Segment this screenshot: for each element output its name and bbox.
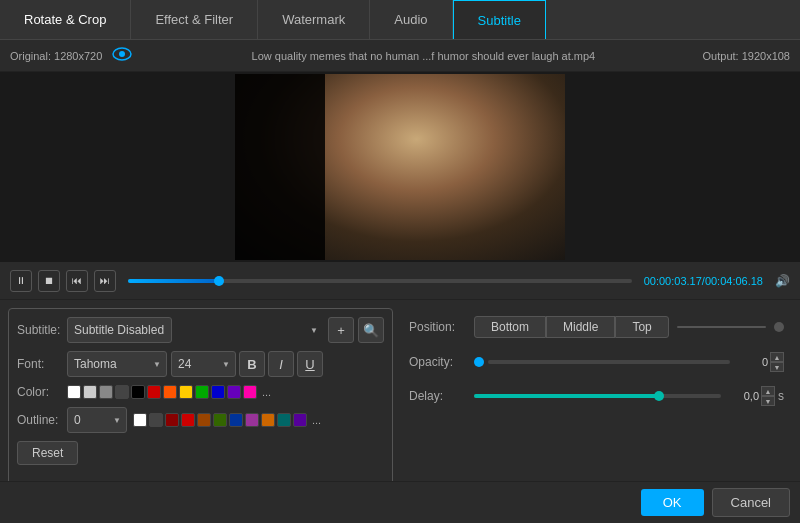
outline-swatch-2[interactable] [149,413,163,427]
color-swatch-8[interactable] [179,385,193,399]
original-resolution: Original: 1280x720 [10,50,102,62]
output-resolution: Output: 1920x108 [703,50,790,62]
add-subtitle-button[interactable]: + [328,317,354,343]
tab-bar: Rotate & Crop Effect & Filter Watermark … [0,0,800,40]
video-letterbox-left [235,74,325,260]
opacity-row: Opacity: 0 ▲ ▼ [409,352,784,372]
opacity-slider[interactable] [488,360,730,364]
color-swatch-9[interactable] [195,385,209,399]
position-row: Position: Bottom Middle Top [409,316,784,338]
progress-track[interactable] [128,279,632,283]
pause-button[interactable]: ⏸ [10,270,32,292]
search-icon: 🔍 [363,323,379,338]
size-select-wrapper: 24 [171,351,236,377]
subtitle-row: Subtitle: Subtitle Disabled + 🔍 [17,317,384,343]
outline-swatch-3[interactable] [165,413,179,427]
volume-icon[interactable]: 🔊 [775,274,790,288]
opacity-thumb [474,357,484,367]
color-swatch-11[interactable] [227,385,241,399]
opacity-value: 0 [738,356,768,368]
ok-button[interactable]: OK [641,489,704,516]
more-outline-colors-button[interactable]: ... [312,414,321,426]
position-top-button[interactable]: Top [615,316,668,338]
delay-thumb[interactable] [654,391,664,401]
color-label: Color: [17,385,67,399]
position-dot [774,322,784,332]
cancel-button[interactable]: Cancel [712,488,790,517]
delay-slider[interactable] [474,394,721,398]
outline-select[interactable]: 0 [67,407,127,433]
opacity-decrement[interactable]: ▼ [770,362,784,372]
reset-button[interactable]: Reset [17,441,78,465]
outline-swatch-4[interactable] [181,413,195,427]
color-swatch-12[interactable] [243,385,257,399]
color-swatch-4[interactable] [115,385,129,399]
delay-decrement[interactable]: ▼ [761,396,775,406]
delay-spinner: ▲ ▼ [761,386,775,406]
opacity-spinner: ▲ ▼ [770,352,784,372]
color-swatch-10[interactable] [211,385,225,399]
more-colors-button[interactable]: ... [262,386,271,398]
subtitle-label: Subtitle: [17,323,67,337]
bold-button[interactable]: B [239,351,265,377]
reset-row: Reset [17,441,384,465]
outline-swatch-7[interactable] [229,413,243,427]
prev-button[interactable]: ⏮ [66,270,88,292]
position-label: Position: [409,320,474,334]
font-select[interactable]: Tahoma [67,351,167,377]
delay-value: 0,0 [729,390,759,402]
subtitle-select[interactable]: Subtitle Disabled [67,317,172,343]
search-subtitle-button[interactable]: 🔍 [358,317,384,343]
stop-button[interactable]: ⏹ [38,270,60,292]
delay-fill [474,394,659,398]
video-frame [235,74,565,260]
underline-button[interactable]: U [297,351,323,377]
info-bar: Original: 1280x720 Low quality memes tha… [0,40,800,72]
progress-thumb[interactable] [214,276,224,286]
tab-rotate-crop[interactable]: Rotate & Crop [0,0,131,39]
position-button-group: Bottom Middle Top [474,316,669,338]
outline-swatch-8[interactable] [245,413,259,427]
next-button[interactable]: ⏭ [94,270,116,292]
position-middle-button[interactable]: Middle [546,316,615,338]
outline-swatch-10[interactable] [277,413,291,427]
delay-unit: s [778,389,784,403]
position-bottom-button[interactable]: Bottom [474,316,546,338]
tab-effect-filter[interactable]: Effect & Filter [131,0,258,39]
outline-swatch-1[interactable] [133,413,147,427]
font-label: Font: [17,357,67,371]
outline-select-wrapper: 0 [67,407,127,433]
font-size-select[interactable]: 24 [171,351,236,377]
outline-swatch-5[interactable] [197,413,211,427]
playback-bar: ⏸ ⏹ ⏮ ⏭ 00:00:03.17/00:04:06.18 🔊 [0,262,800,300]
video-thumbnail [235,74,565,260]
video-area [0,72,800,262]
opacity-increment[interactable]: ▲ [770,352,784,362]
color-swatch-1[interactable] [67,385,81,399]
tab-subtitle[interactable]: Subtitle [453,0,546,39]
subtitle-select-wrapper: Subtitle Disabled [67,317,324,343]
delay-row: Delay: 0,0 ▲ ▼ s [409,386,784,406]
delay-label: Delay: [409,389,474,403]
svg-point-1 [119,51,125,57]
color-swatch-7[interactable] [163,385,177,399]
filename: Low quality memes that no human ...f hum… [144,50,702,62]
tab-audio[interactable]: Audio [370,0,452,39]
delay-increment[interactable]: ▲ [761,386,775,396]
outline-swatch-9[interactable] [261,413,275,427]
position-line [677,326,766,328]
time-current: 00:00:03.17/00:04:06.18 [644,275,763,287]
color-swatch-6[interactable] [147,385,161,399]
outline-swatch-11[interactable] [293,413,307,427]
progress-fill [128,279,219,283]
font-select-wrapper: Tahoma [67,351,167,377]
opacity-label: Opacity: [409,355,474,369]
outline-swatch-6[interactable] [213,413,227,427]
color-swatch-3[interactable] [99,385,113,399]
color-swatches: ... [67,385,271,399]
visibility-icon[interactable] [112,47,132,64]
color-swatch-2[interactable] [83,385,97,399]
color-swatch-5[interactable] [131,385,145,399]
tab-watermark[interactable]: Watermark [258,0,370,39]
italic-button[interactable]: I [268,351,294,377]
